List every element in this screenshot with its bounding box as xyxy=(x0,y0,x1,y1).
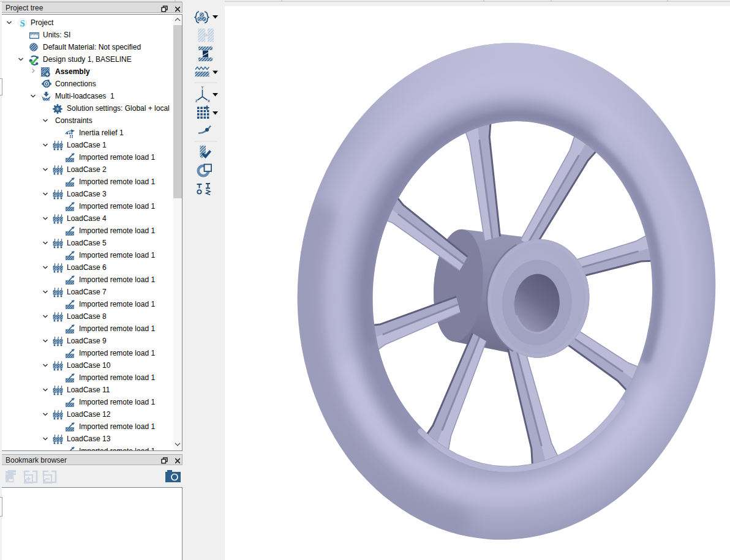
svg-text:Y: Y xyxy=(201,86,204,89)
svg-text:X: X xyxy=(208,99,210,103)
svg-text:S: S xyxy=(20,18,24,28)
